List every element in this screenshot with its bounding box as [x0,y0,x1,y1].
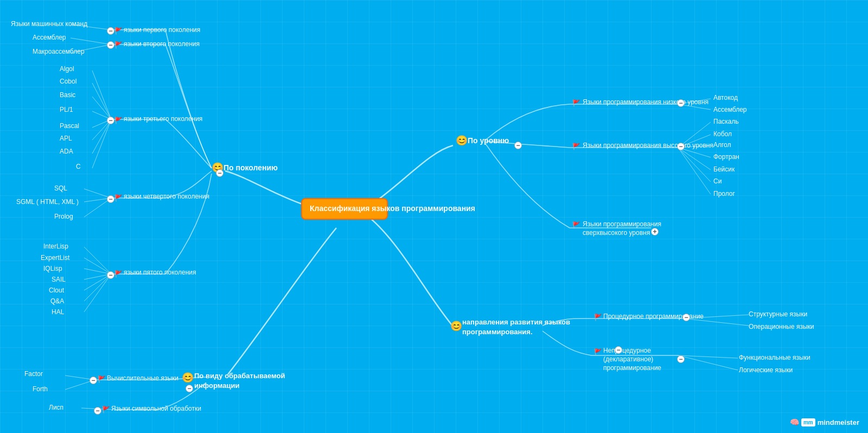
leaf-avtocode: Автокод [713,94,738,101]
leaf-prolog: Prolog [54,213,73,220]
leaf-basic-h: Бейсик [713,165,735,173]
leaf-algol: Algol [60,65,74,73]
collapse-gen1[interactable]: − [107,27,114,35]
leaf-cobol: Cobol [60,78,76,85]
leaf-iqlisp: IQLisp [43,265,62,272]
svg-line-34 [678,148,711,170]
leaf-cobol-h: Кобол [713,130,732,138]
svg-line-36 [678,148,711,194]
leaf-functional: Функциональные языки [739,354,810,361]
leaf-algol-h: Алгол [713,141,731,149]
leaf-machine-lang: Языки машинных команд [11,20,87,28]
sub-high-level-label: Языки программирования высокого уровня [583,142,713,149]
leaf-pascal: Pascal [60,122,79,130]
sub-low-level-label: Языки программирования низкого уровня [583,98,709,106]
sub-gen1-label: языки первого поколения [124,26,200,34]
svg-line-25 [84,274,111,312]
leaf-assembler1: Ассемблер [33,34,66,41]
leaf-clout: Clout [49,286,64,294]
sub-symbolic-label: Языки символьной обработки [111,405,201,412]
leaf-fortran-h: Фортран [713,153,739,161]
leaf-structural: Структурные языки [749,310,807,318]
leaf-operational: Операционные языки [749,323,814,330]
expand-super-level[interactable]: + [651,228,659,235]
sub-gen4-label: языки четвертого поколения [124,193,209,200]
leaf-sgml: SGML ( HTML, XML ) [16,198,79,206]
leaf-sql: SQL [54,184,67,192]
branch-generation: По поколению [224,163,278,172]
leaf-lisp: Лисп [49,404,63,411]
branch-info: По виду обрабатываемойинформации [194,371,285,390]
collapse-info[interactable]: − [186,385,193,392]
collapse-high-level[interactable]: − [677,143,685,150]
svg-line-7 [92,83,111,119]
emoji-direction: 😊 [450,320,462,332]
sub-super-level-label: Языки программированиясверхвысокого уров… [583,220,661,237]
sub-gen3-label: языки третьего поколения [124,115,202,123]
svg-line-12 [92,119,111,154]
svg-line-13 [92,119,111,168]
collapse-symbolic[interactable]: − [94,407,101,415]
collapse-gen3[interactable]: − [107,117,114,124]
leaf-ada: ADA [60,148,73,155]
sub-computing-label: Вычислительные языки [107,374,178,382]
leaf-c: C [76,163,81,170]
leaf-pl1: PL/1 [60,106,73,113]
collapse-direction[interactable]: − [615,346,622,354]
branch-level: По уровню [468,136,509,145]
svg-line-8 [92,97,111,119]
leaf-factor: Factor [24,370,43,378]
collapse-gen2[interactable]: − [107,41,114,49]
leaf-apl: APL [60,135,72,142]
leaf-pascal-h: Паскаль [713,118,739,125]
leaf-qa: Q&A [50,297,64,305]
svg-line-6 [92,71,111,119]
center-node: Классификация языков программирования [301,198,388,220]
collapse-gen5[interactable]: − [107,271,114,279]
emoji-info: 😊 [182,372,194,384]
leaf-hal: HAL [52,308,64,316]
leaf-macroassembler: Макроассемблер [33,48,85,55]
collapse-level[interactable]: − [514,142,522,149]
leaf-logical: Логические языки [739,366,793,374]
collapse-computing[interactable]: − [90,377,97,384]
leaf-prolog-h: Пролог [713,190,735,198]
mindmeister-logo: 🧠 mm mindmeister [790,418,859,426]
leaf-assembler2: Ассемблер [713,106,746,113]
leaf-sail: SAIL [52,276,66,283]
leaf-interlisp: InterLisp [43,243,68,250]
branch-direction: направления развития языковпрограммирова… [462,317,570,336]
emoji-level: 😊 [456,135,468,147]
collapse-nonprocedural[interactable]: − [677,355,685,363]
sub-nonprocedural-label: Непроцедурное(декларативное)программиров… [603,346,661,373]
sub-gen5-label: языки пятого поколения [124,269,196,276]
svg-line-3 [71,38,111,44]
leaf-basic: Basic [60,91,75,99]
sub-gen2-label: языки второго поколения [124,40,200,48]
leaf-forth: Forth [33,385,48,393]
collapse-low-level[interactable]: − [677,99,685,107]
leaf-si-h: Си [713,177,722,185]
collapse-gen4[interactable]: − [107,195,114,203]
mm-text: mindmeister [818,418,859,426]
mm-box: mm [801,418,815,426]
collapse-generation[interactable]: − [216,169,224,177]
collapse-procedural[interactable]: − [682,314,690,321]
leaf-expertlist: ExpertList [41,254,69,262]
